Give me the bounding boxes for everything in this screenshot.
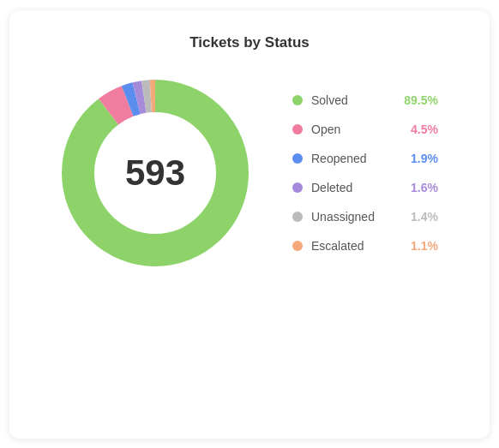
legend-label-reopened: Reopened — [311, 152, 402, 165]
legend-pct-open: 4.5% — [411, 122, 438, 136]
legend-item-open: Open4.5% — [292, 122, 438, 136]
legend-dot-solved — [292, 95, 303, 105]
donut-chart: 593 — [61, 79, 250, 267]
legend-label-open: Open — [311, 122, 402, 136]
tickets-by-status-card: Tickets by Status 593 Solved89.5%Open4.5… — [9, 10, 490, 439]
legend-label-unassigned: Unassigned — [311, 210, 402, 224]
legend-pct-solved: 89.5% — [404, 93, 438, 107]
legend-item-escalated: Escalated1.1% — [292, 239, 438, 253]
legend-label-solved: Solved — [311, 93, 395, 107]
legend-dot-reopened — [292, 153, 303, 164]
legend-item-solved: Solved89.5% — [292, 93, 438, 107]
legend-pct-reopened: 1.9% — [411, 152, 438, 165]
legend-label-escalated: Escalated — [311, 239, 402, 253]
legend-label-deleted: Deleted — [311, 181, 402, 194]
legend-pct-escalated: 1.1% — [411, 239, 438, 253]
legend-dot-deleted — [292, 182, 303, 193]
chart-title: Tickets by Status — [189, 34, 310, 51]
legend-dot-escalated — [292, 241, 303, 251]
legend-item-unassigned: Unassigned1.4% — [292, 210, 438, 224]
chart-legend: Solved89.5%Open4.5%Reopened1.9%Deleted1.… — [292, 93, 438, 253]
legend-pct-unassigned: 1.4% — [411, 210, 438, 224]
donut-center-value: 593 — [125, 152, 185, 194]
legend-dot-open — [292, 124, 303, 134]
legend-item-deleted: Deleted1.6% — [292, 181, 438, 194]
legend-pct-deleted: 1.6% — [411, 181, 438, 194]
chart-content: 593 Solved89.5%Open4.5%Reopened1.9%Delet… — [30, 79, 469, 267]
legend-item-reopened: Reopened1.9% — [292, 152, 438, 165]
legend-dot-unassigned — [292, 212, 303, 222]
